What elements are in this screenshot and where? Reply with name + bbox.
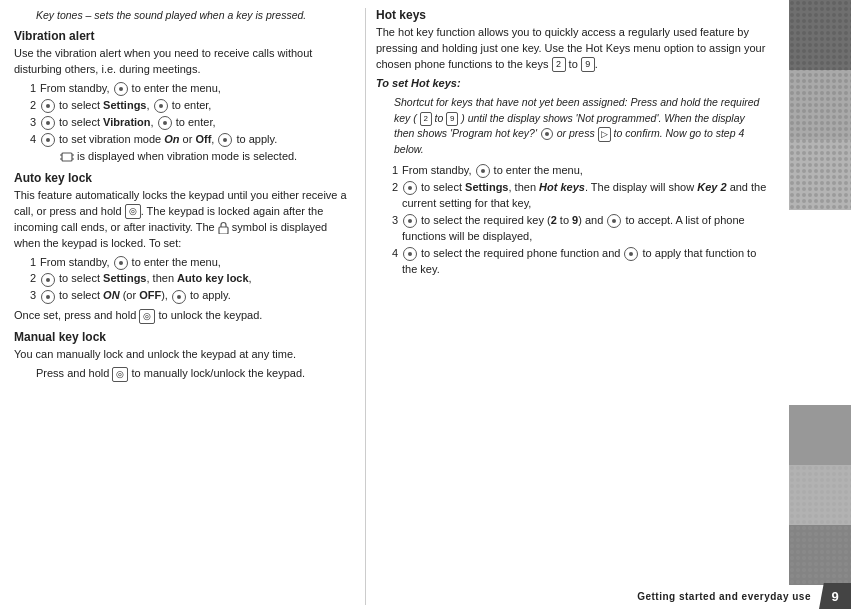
nav-icon [41, 133, 55, 147]
hold-icon: ◎ [139, 309, 155, 324]
list-item: 1 From standby, to enter the menu, [14, 255, 351, 271]
nav-icon [114, 82, 128, 96]
nav-icon [403, 247, 417, 261]
nav-icon [607, 214, 621, 228]
nav-icon [403, 181, 417, 195]
vibration-alert-steps: 1 From standby, to enter the menu, 2 to … [14, 81, 351, 165]
list-item: 3 to select ON (or OFF), to apply. [14, 288, 351, 304]
hold-key-icon: ◎ [125, 204, 141, 219]
vibration-alert-title: Vibration alert [14, 29, 351, 43]
nav-icon [114, 256, 128, 270]
to-set-hot-keys-label: To set Hot keys: [376, 76, 767, 92]
list-item: 4 to set vibration mode On or Off, to ap… [14, 132, 351, 148]
right-column: Hot keys The hot key function allows you… [366, 0, 851, 613]
svg-rect-10 [789, 70, 851, 140]
vibration-alert-body: Use the vibration alert when you need to… [14, 46, 351, 78]
nav-icon [41, 99, 55, 113]
page-container: Key tones – sets the sound played when a… [0, 0, 851, 613]
left-column: Key tones – sets the sound played when a… [0, 0, 365, 613]
footer: Getting started and everyday use 9 [366, 583, 851, 613]
list-item: 2 to select Settings, then Auto key lock… [14, 271, 351, 287]
hot-keys-body: The hot key function allows you to quick… [376, 25, 767, 73]
hot-keys-note: Shortcut for keys that have not yet been… [376, 95, 767, 158]
hot-keys-steps: 1 From standby, to enter the menu, 2 to … [376, 163, 767, 278]
nav-icon [476, 164, 490, 178]
auto-key-lock-steps: 1 From standby, to enter the menu, 2 to … [14, 255, 351, 305]
nav-icon [218, 133, 232, 147]
nav-icon [158, 116, 172, 130]
manual-key-lock-title: Manual key lock [14, 330, 351, 344]
auto-key-lock-body: This feature automatically locks the key… [14, 188, 351, 252]
nav-icon [41, 116, 55, 130]
auto-key-lock-after: Once set, press and hold ◎ to unlock the… [14, 308, 351, 324]
key2-icon: 2 [552, 57, 566, 72]
page-number: 9 [819, 583, 851, 609]
corner-decoration-top [789, 0, 851, 210]
list-item: is displayed when vibration mode is sele… [14, 149, 351, 165]
footer-text: Getting started and everyday use [637, 591, 811, 602]
corner-decoration-bottom [789, 405, 851, 585]
list-item: 1 From standby, to enter the menu, [14, 81, 351, 97]
list-item: 2 to select Settings, then Hot keys. The… [376, 180, 767, 212]
list-item: 3 to select the required key (2 to 9) an… [376, 213, 767, 245]
svg-rect-11 [789, 140, 851, 210]
key9-icon: 9 [581, 57, 595, 72]
nav-icon [41, 290, 55, 304]
list-item: 2 to select Settings, to enter, [14, 98, 351, 114]
list-item: 1 From standby, to enter the menu, [376, 163, 767, 179]
nav-icon [41, 273, 55, 287]
svg-rect-0 [62, 153, 72, 161]
hot-keys-section: Hot keys The hot key function allows you… [376, 8, 837, 278]
auto-key-lock-title: Auto key lock [14, 171, 351, 185]
nav-icon [403, 214, 417, 228]
key2-inline: 2 [420, 112, 432, 126]
manual-key-lock-indent: Press and hold ◎ to manually lock/unlock… [14, 366, 351, 382]
hold-icon2: ◎ [112, 367, 128, 382]
hot-keys-title: Hot keys [376, 8, 767, 22]
intro-text: Key tones – sets the sound played when a… [14, 8, 351, 23]
nav-icon-inline [541, 128, 553, 140]
confirm-key-icon: ▷ [598, 127, 611, 143]
svg-rect-5 [219, 227, 228, 234]
manual-key-lock-body: You can manually lock and unlock the key… [14, 347, 351, 363]
svg-rect-16 [789, 405, 851, 585]
vibration-icon [60, 150, 74, 164]
svg-rect-9 [789, 0, 851, 70]
nav-icon [154, 99, 168, 113]
list-item: 4 to select the required phone function … [376, 246, 767, 278]
nav-icon [624, 247, 638, 261]
nav-icon [172, 290, 186, 304]
list-item: 3 to select Vibration, to enter, [14, 115, 351, 131]
key9-inline: 9 [446, 112, 458, 126]
lock-icon [218, 221, 229, 234]
